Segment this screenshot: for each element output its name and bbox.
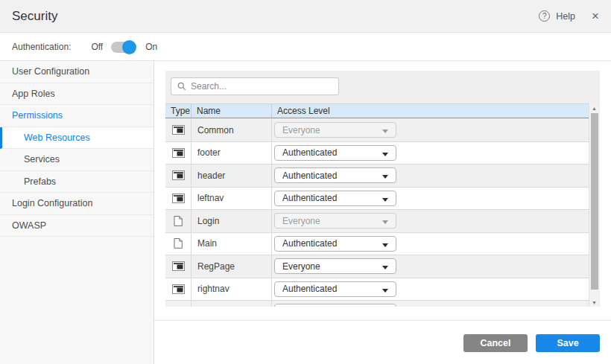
- access-cell: Authenticated: [272, 142, 589, 165]
- partial-icon: [172, 194, 185, 203]
- type-cell: [165, 278, 191, 301]
- type-cell: [165, 142, 191, 165]
- type-cell: [165, 233, 191, 255]
- sidebar-item-label: App Roles: [12, 89, 55, 99]
- sidebar-item-label: Login Configuration: [12, 198, 92, 208]
- partial-icon: [172, 125, 185, 135]
- sidebar-item-permissions[interactable]: Permissions: [0, 105, 153, 127]
- sidebar-item-web-resources[interactable]: Web Resources: [0, 127, 153, 150]
- access-level-select[interactable]: Authenticated: [274, 191, 396, 206]
- scrollbar-thumb[interactable]: [591, 113, 598, 290]
- authentication-label: Authentication:: [12, 42, 71, 52]
- vertical-scrollbar[interactable]: ▲ ▼: [589, 103, 598, 307]
- access-level-value: Everyone: [282, 216, 320, 226]
- table-row: Login Everyone: [165, 210, 589, 233]
- name-cell: Main: [191, 233, 272, 255]
- security-dialog: Security ? Help × Authentication: Off On…: [0, 0, 611, 364]
- sidebar-item-login-configuration[interactable]: Login Configuration: [0, 193, 153, 215]
- table-row-partial: [165, 301, 589, 307]
- access-cell: Everyone: [272, 210, 589, 232]
- access-level-value: Authenticated: [282, 193, 337, 203]
- sidebar-item-user-configuration[interactable]: User Configuration: [0, 61, 153, 83]
- toggle-knob: [122, 40, 136, 54]
- type-cell: [165, 119, 191, 141]
- close-icon[interactable]: ×: [592, 10, 599, 22]
- name-cell: leftnav: [191, 188, 272, 210]
- header-actions: ? Help ×: [539, 10, 599, 22]
- access-level-select: Everyone: [274, 213, 396, 229]
- type-cell: [165, 210, 191, 232]
- name-cell: rightnav: [191, 278, 272, 301]
- access-level-value: Authenticated: [282, 238, 337, 249]
- table-row: Common Everyone: [165, 119, 589, 142]
- caret-down-icon: [382, 220, 388, 224]
- sidebar-item-label: Permissions: [12, 110, 63, 121]
- name-cell: header: [191, 165, 272, 187]
- type-cell: [165, 188, 191, 210]
- access-level-select[interactable]: Authenticated: [274, 167, 396, 183]
- access-level-select[interactable]: Authenticated: [274, 281, 396, 297]
- type-cell: [165, 165, 191, 187]
- sidebar-item-label: Web Resources: [24, 132, 90, 143]
- caret-down-icon: [382, 153, 388, 156]
- table-row: RegPage Everyone: [165, 255, 589, 278]
- access-cell: Everyone: [272, 255, 589, 278]
- access-cell: Authenticated: [272, 233, 589, 255]
- access-cell: Authenticated: [272, 188, 589, 210]
- authentication-toggle[interactable]: [111, 42, 135, 53]
- type-cell: [165, 301, 191, 307]
- caret-down-icon: [382, 198, 388, 202]
- search-box[interactable]: [171, 77, 339, 95]
- caret-down-icon: [382, 130, 388, 133]
- table-row: leftnav Authenticated: [165, 188, 589, 211]
- sidebar-item-label: Prefabs: [24, 176, 56, 187]
- page-icon: [174, 238, 183, 249]
- access-level-value: Authenticated: [282, 147, 337, 158]
- table-body: Common Everyone footer Authenticated: [165, 119, 589, 307]
- sidebar-item-app-roles[interactable]: App Roles: [0, 83, 153, 106]
- access-cell: Everyone: [272, 119, 589, 141]
- search-input[interactable]: [191, 81, 332, 92]
- access-level-select[interactable]: Everyone: [274, 258, 396, 274]
- scroll-up-icon[interactable]: ▲: [589, 103, 599, 112]
- partial-icon: [172, 261, 185, 271]
- column-header-name: Name: [191, 104, 272, 118]
- cancel-button[interactable]: Cancel: [463, 334, 528, 352]
- table-row: footer Authenticated: [165, 142, 589, 165]
- name-cell: [191, 301, 272, 307]
- sidebar-item-owasp[interactable]: OWASP: [0, 215, 153, 237]
- search-icon: [177, 82, 186, 91]
- save-button[interactable]: Save: [536, 334, 600, 352]
- access-cell: Authenticated: [272, 165, 589, 187]
- sidebar-item-label: User Configuration: [12, 66, 89, 77]
- toggle-off-label: Off: [91, 42, 103, 52]
- access-level-value: Everyone: [282, 261, 320, 272]
- sidebar-item-label: Services: [24, 154, 60, 165]
- partial-icon: [172, 170, 185, 180]
- sidebar-item-label: OWASP: [12, 220, 46, 231]
- toggle-on-label: On: [145, 42, 157, 52]
- access-cell: [272, 301, 589, 307]
- sidebar-item-services[interactable]: Services: [0, 149, 153, 171]
- caret-down-icon: [382, 243, 388, 247]
- access-level-select[interactable]: Authenticated: [274, 145, 396, 161]
- help-link[interactable]: Help: [556, 11, 575, 22]
- partial-icon: [172, 148, 185, 158]
- column-header-type: Type: [165, 104, 191, 118]
- caret-down-icon: [382, 175, 388, 179]
- sidebar-item-prefabs[interactable]: Prefabs: [0, 171, 153, 194]
- caret-down-icon: [382, 289, 388, 293]
- name-cell: Common: [191, 119, 272, 141]
- access-level-value: Everyone: [282, 125, 320, 135]
- access-level-select: Everyone: [274, 122, 396, 138]
- page-title: Security: [12, 9, 57, 24]
- footer-divider: [154, 320, 611, 321]
- help-icon[interactable]: ?: [539, 10, 550, 22]
- column-header-access-level: Access Level: [272, 104, 589, 118]
- access-cell: Authenticated: [272, 278, 589, 301]
- table-row: header Authenticated: [165, 165, 589, 188]
- access-level-select[interactable]: [274, 304, 396, 307]
- partial-icon: [172, 284, 185, 294]
- access-level-select[interactable]: Authenticated: [274, 236, 396, 252]
- scroll-down-icon[interactable]: ▼: [589, 298, 599, 307]
